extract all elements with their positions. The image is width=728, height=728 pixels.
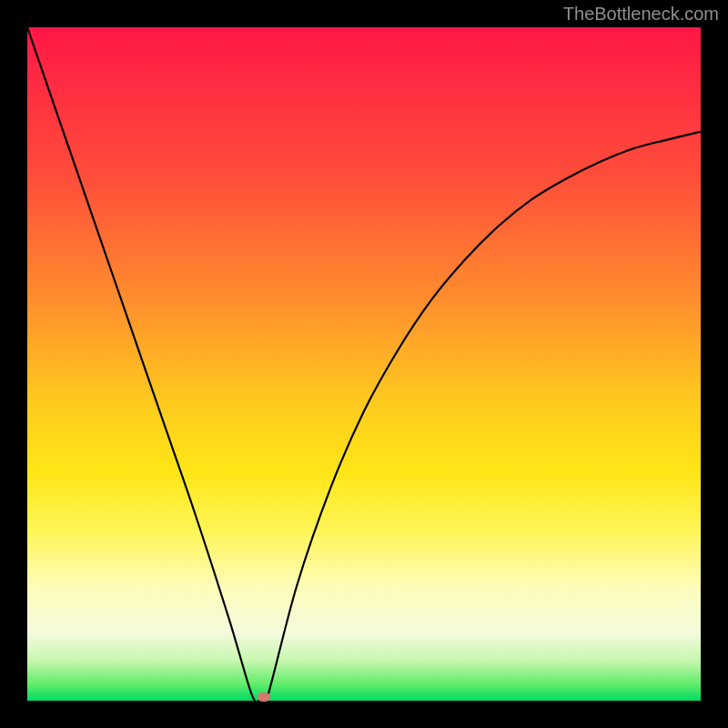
chart-stage: TheBottleneck.com [0, 0, 728, 728]
chart-plot-area [27, 27, 701, 701]
bottleneck-curve [27, 27, 701, 701]
watermark-text: TheBottleneck.com [563, 4, 719, 25]
minimum-marker [258, 693, 270, 702]
